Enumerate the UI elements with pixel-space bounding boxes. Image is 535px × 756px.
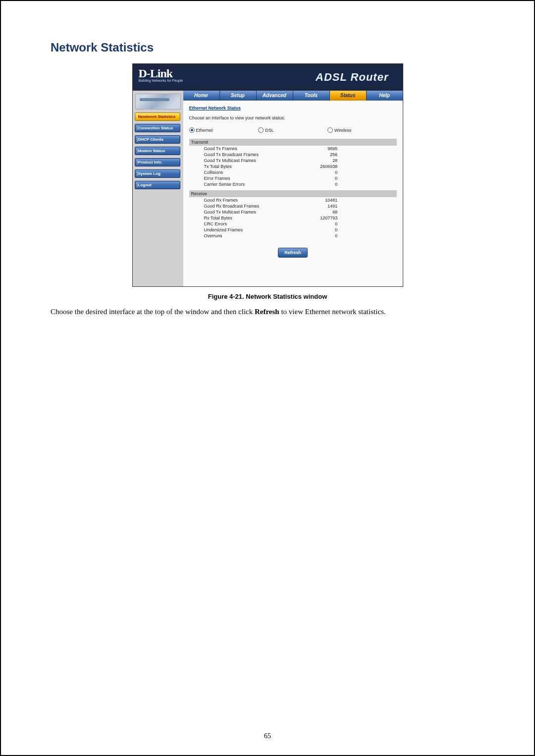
sidebar-item-product-info[interactable]: Product Info. <box>135 158 180 166</box>
radio-icon <box>258 127 264 133</box>
router-window: D-Link Building Networks for People ADSL… <box>132 63 403 287</box>
stat-value: 68 <box>307 209 339 215</box>
radio-wireless[interactable]: Wireless <box>327 127 397 133</box>
table-row: Good Rx Frames10481 <box>189 197 339 203</box>
section-heading: Ethernet Network Status <box>189 106 397 110</box>
stat-label: Overruns <box>189 233 307 239</box>
stat-value: 0 <box>307 233 339 239</box>
tab-status[interactable]: Status <box>330 91 367 101</box>
sidebar-item-modem-status[interactable]: Modem Status <box>135 147 180 155</box>
table-row: Good Tx Multicast Frames28 <box>189 158 339 163</box>
stat-label: Good Rx Frames <box>189 197 307 203</box>
stat-value: 0 <box>306 169 338 175</box>
stat-value: 10481 <box>307 197 339 203</box>
instruction-text: Choose an interface to view your network… <box>189 115 397 120</box>
table-row: Good Tx Frames9895 <box>189 146 339 152</box>
body-text-suffix: to view Ethernet network statistics. <box>279 308 386 316</box>
brand-logo: D-Link <box>139 67 173 80</box>
figure-caption: Figure 4-21. Network Statistics window <box>31 293 504 300</box>
radio-icon <box>189 127 195 133</box>
stat-label: Error Frames <box>189 175 307 181</box>
stat-value: 2606938 <box>306 163 338 169</box>
stat-label: CRC Errors <box>189 221 307 227</box>
radio-icon <box>327 127 333 133</box>
sidebar-item-system-log[interactable]: System Log <box>135 169 180 178</box>
radio-label: DSL <box>265 128 274 133</box>
radio-dsl[interactable]: DSL <box>258 127 327 133</box>
brand-tagline: Building Networks for People <box>139 79 183 82</box>
tabs: Home Setup Advanced Tools Status Help <box>183 91 403 101</box>
stat-label: Good Tx Multicast Frames <box>189 209 307 215</box>
stat-value: 1207793 <box>307 215 339 221</box>
tab-help[interactable]: Help <box>367 91 403 101</box>
page-title: Network Statistics <box>51 41 504 54</box>
table-row: CRC Errors0 <box>189 221 339 227</box>
stat-value: 0 <box>307 221 339 227</box>
banner: D-Link Building Networks for People ADSL… <box>133 64 403 91</box>
main-area: Home Setup Advanced Tools Status Help Et… <box>183 91 403 286</box>
stat-value: 0 <box>307 227 339 233</box>
radio-ethernet[interactable]: Ethernet <box>189 127 259 133</box>
tab-setup[interactable]: Setup <box>220 91 257 101</box>
body-text-bold: Refresh <box>255 308 279 316</box>
tab-home[interactable]: Home <box>183 91 220 101</box>
stat-label: Good Tx Multicast Frames <box>189 158 307 163</box>
stat-label: Undersized Frames <box>189 227 307 233</box>
tab-tools[interactable]: Tools <box>293 91 330 101</box>
stat-value: 28 <box>306 158 338 163</box>
stat-label: Good Rx Broadcast Frames <box>189 203 307 209</box>
stat-label: Good Tx Frames <box>189 146 307 152</box>
body-text: Choose the desired interface at the top … <box>51 307 484 317</box>
table-row: Undersized Frames0 <box>189 227 339 233</box>
sidebar-item-dhcp-clients[interactable]: DHCP Clients <box>135 135 180 144</box>
stat-label: Carrier Sense Errors <box>189 181 307 187</box>
banner-title: ADSL Router <box>316 71 389 84</box>
table-row: Overruns0 <box>189 233 339 239</box>
sidebar: Newtwork Statistics Connection Status DH… <box>133 91 183 286</box>
table-row: Error Frames0 <box>189 175 339 181</box>
transmit-table: Good Tx Frames9895 Good Tx Broadcast Fra… <box>189 146 339 187</box>
table-row: Tx Total Bytes2606938 <box>189 163 339 169</box>
table-row: Good Rx Broadcast Frames1491 <box>189 203 339 209</box>
table-row: Rx Total Bytes1207793 <box>189 215 339 221</box>
stat-value: 9895 <box>306 146 338 152</box>
table-row: Carrier Sense Errors0 <box>189 181 339 187</box>
sidebar-item-network-statistics[interactable]: Newtwork Statistics <box>135 112 180 121</box>
transmit-header: Transmit <box>189 139 397 146</box>
stat-value: 0 <box>306 181 338 187</box>
table-row: Collisions0 <box>189 169 339 175</box>
refresh-button[interactable]: Refresh <box>278 248 308 258</box>
table-row: Good Tx Multicast Frames68 <box>189 209 339 215</box>
radio-label: Wireless <box>334 128 352 133</box>
stat-value: 256 <box>306 152 338 158</box>
page-number: 65 <box>1 732 534 740</box>
stat-value: 0 <box>306 175 338 181</box>
sidebar-item-logout[interactable]: Logout <box>135 181 180 189</box>
stat-label: Tx Total Bytes <box>189 163 307 169</box>
stat-label: Good Tx Broadcast Frames <box>189 152 307 158</box>
receive-header: Receive <box>189 190 397 197</box>
tab-advanced[interactable]: Advanced <box>257 91 293 101</box>
content: Ethernet Network Status Choose an interf… <box>183 101 403 268</box>
stat-value: 1491 <box>307 203 339 209</box>
stat-label: Collisions <box>189 169 307 175</box>
radio-label: Ethernet <box>196 128 213 133</box>
body-text-prefix: Choose the desired interface at the top … <box>51 308 255 316</box>
table-row: Good Tx Broadcast Frames256 <box>189 152 339 158</box>
receive-table: Good Rx Frames10481 Good Rx Broadcast Fr… <box>189 197 339 239</box>
device-image <box>135 94 181 109</box>
stat-label: Rx Total Bytes <box>189 215 307 221</box>
sidebar-item-connection-status[interactable]: Connection Status <box>135 124 180 132</box>
